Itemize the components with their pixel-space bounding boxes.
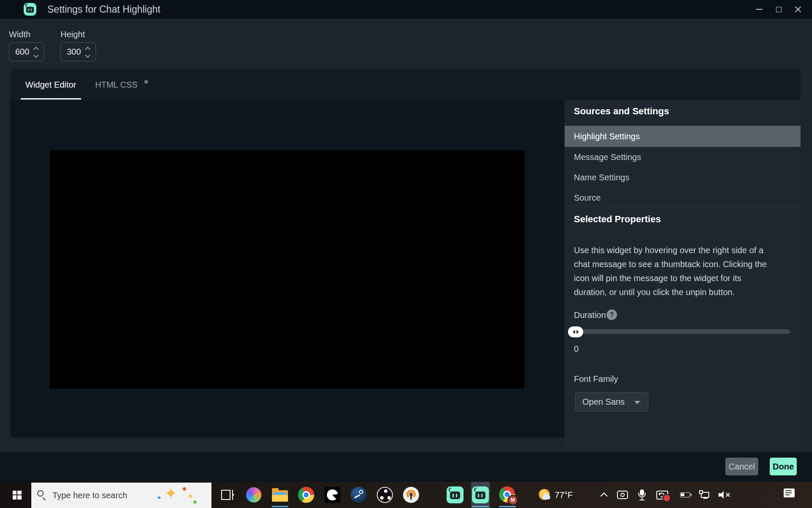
tab-html-css[interactable]: HTML CSS [95,69,137,100]
taskbar-app-streamlabs[interactable] [446,482,464,508]
font-family-value: Open Sans [582,397,625,406]
chrome-icon [298,487,314,503]
minimize-button[interactable] [749,0,769,19]
height-increment-button[interactable] [86,47,92,51]
openvpn-icon [403,487,419,503]
duration-slider-track[interactable] [569,329,790,334]
tray-camera[interactable] [615,482,630,508]
height-label: Height [60,30,85,39]
streamlabs-icon [472,486,489,503]
height-stepper[interactable] [60,42,96,61]
tray-microphone[interactable] [634,482,650,508]
width-increment-button[interactable] [34,47,40,51]
dialog-footer: Cancel Done [0,452,812,482]
notification-icon [784,489,795,497]
width-decrement-button[interactable] [34,53,40,57]
task-view-icon [221,490,234,500]
search-icon [37,490,44,497]
camera-icon [617,491,628,499]
tray-show-hidden-icons[interactable] [597,482,611,508]
start-button[interactable] [7,482,27,508]
font-family-label: Font Family [574,374,618,384]
taskbar-app-copilot[interactable] [244,482,263,508]
active-tab-underline [21,98,81,99]
height-input[interactable] [61,43,85,61]
window-title: Settings for Chat Highlight [47,0,160,19]
nav-item-highlight-settings[interactable]: Highlight Settings [565,126,801,147]
width-input[interactable] [10,43,33,61]
maximize-button[interactable] [769,0,788,19]
font-family-dropdown[interactable]: Open Sans [575,392,648,411]
taskbar-app-chrome[interactable] [297,482,315,508]
height-decrement-button[interactable] [86,53,92,57]
taskbar-app-obs[interactable] [376,482,394,508]
taskbar-app-steam[interactable] [349,482,368,508]
steam-icon [351,487,367,503]
tray-battery[interactable] [678,482,692,508]
weather-sun-cloud-icon [538,489,551,501]
nav-item-source[interactable]: Source [565,188,801,208]
taskbar-app-openvpn[interactable] [402,482,420,508]
divider [565,207,801,207]
selected-properties-header: Selected Properties [574,214,661,225]
display-sync-icon [656,491,668,500]
streamlabs-icon [447,486,464,503]
battery-icon [680,492,690,497]
help-icon[interactable]: ? [606,309,617,320]
nav-item-message-settings[interactable]: Message Settings [565,147,801,167]
width-label: Width [9,30,30,39]
task-view-button[interactable] [218,482,237,508]
taskbar-search[interactable]: ✦ ✦ ✦ [31,483,211,508]
taskbar-app-chrome-profile[interactable]: M [498,482,517,508]
widget-description: Use this widget by hovering over the rig… [574,243,771,299]
chevron-up-icon [601,492,608,500]
windows-logo-icon [13,491,22,500]
notification-center-button[interactable] [781,482,798,508]
windows-taskbar: ✦ ✦ ✦ [0,482,812,508]
duration-label: Duration [574,310,606,320]
streamlabs-app-icon [24,3,36,16]
titlebar: Settings for Chat Highlight [0,0,812,19]
sources-settings-header: Sources and Settings [574,106,669,117]
weather-temp: 77°F [555,490,573,500]
widget-editor-panel [10,100,565,438]
cancel-button[interactable]: Cancel [725,458,758,475]
app-window: Settings for Chat Highlight Width Height… [0,0,812,508]
done-button[interactable]: Done [770,458,797,475]
copilot-icon [246,487,261,502]
search-input[interactable] [52,483,171,508]
divider [565,234,801,234]
slider-arrow-left-icon [573,330,575,334]
editor-tabbar: Widget Editor HTML CSS [10,69,801,100]
tab-widget-editor[interactable]: Widget Editor [25,69,76,100]
wallpaper-app-icon [324,487,340,503]
width-stepper[interactable] [9,42,44,61]
close-icon [794,6,802,13]
nav-item-name-settings[interactable]: Name Settings [565,167,801,188]
taskbar-weather[interactable]: 77°F [532,482,579,508]
chrome-profile-m-icon: M [499,486,516,503]
speaker-muted-icon [719,491,730,499]
duration-value: 0 [574,344,579,354]
ethernet-network-icon [700,491,710,499]
tray-volume[interactable] [716,482,732,508]
sources-settings-panel: Sources and Settings Highlight Settings … [565,100,801,452]
widget-preview-canvas [50,150,524,389]
taskbar-app-streamlabs-active[interactable] [471,482,490,508]
tray-display-capture[interactable] [654,482,671,508]
recording-dot [664,495,670,501]
chevron-down-icon [634,401,640,404]
taskbar-app-file-explorer[interactable] [271,482,289,508]
slider-arrow-right-icon [576,330,579,334]
microphone-icon [638,489,646,500]
obs-studio-icon [377,487,393,503]
close-button[interactable] [788,0,808,19]
file-explorer-icon [272,488,288,502]
tray-network[interactable] [698,482,712,508]
duration-slider-handle[interactable] [568,326,583,337]
taskbar-app-wallpaper[interactable] [323,482,342,508]
unsaved-changes-dot [144,80,148,84]
